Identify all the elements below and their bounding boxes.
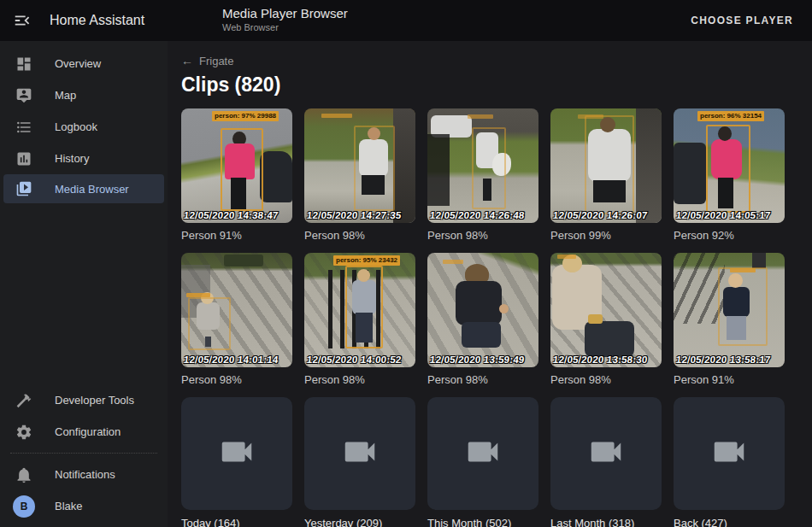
clip-timestamp: 12/05/2020 13:59:49 bbox=[429, 354, 525, 365]
clip-card[interactable]: person: 95% 23432 12/05/2020 14:00:52 Pe… bbox=[304, 253, 415, 386]
clip-timestamp: 12/05/2020 14:38:47 bbox=[183, 210, 279, 220]
chart-icon bbox=[15, 150, 32, 167]
clip-label: Person 98% bbox=[427, 229, 538, 242]
clip-card[interactable]: 12/05/2020 13:58:17 Person 91% bbox=[674, 253, 785, 386]
home-assistant-app: Home Assistant Media Player Browser Web … bbox=[0, 0, 812, 527]
breadcrumb-back[interactable]: ← Frigate bbox=[168, 41, 233, 67]
clip-thumbnail: person: 95% 23432 12/05/2020 14:00:52 bbox=[304, 253, 415, 367]
detection-bounding-box bbox=[221, 128, 263, 211]
clip-label: Person 98% bbox=[181, 373, 292, 386]
folder-card-last-month[interactable]: Last Month (318) bbox=[550, 397, 662, 527]
detection-label: person: 97% 29988 bbox=[212, 111, 279, 121]
clip-card[interactable]: 12/05/2020 13:58:30 Person 98% bbox=[550, 253, 662, 386]
sidebar: Overview Map Logbook History Media Brows… bbox=[0, 41, 168, 527]
detection-label: person: 96% 32154 bbox=[697, 111, 764, 121]
folder-card-yesterday[interactable]: Yesterday (209) bbox=[304, 397, 415, 527]
detection-bounding-box bbox=[706, 125, 750, 213]
detection-label: person: 95% 23432 bbox=[333, 255, 400, 266]
hammer-icon bbox=[15, 392, 32, 409]
detection-marker bbox=[321, 114, 352, 118]
sidebar-item-history[interactable]: History bbox=[0, 143, 168, 174]
sidebar-item-notifications[interactable]: Notifications bbox=[0, 459, 168, 490]
clip-timestamp: 12/05/2020 13:58:30 bbox=[552, 354, 648, 365]
clip-card[interactable]: 12/05/2020 14:26:48 Person 98% bbox=[427, 108, 538, 242]
clip-label: Person 98% bbox=[304, 373, 415, 386]
clip-label: Person 98% bbox=[427, 373, 538, 386]
page-title: Clips (820) bbox=[168, 67, 812, 97]
folder-card-back[interactable]: Back (427) bbox=[674, 397, 785, 527]
clip-thumbnail: 12/05/2020 14:26:07 bbox=[550, 108, 662, 223]
sidebar-item-label: Notifications bbox=[55, 468, 115, 481]
sidebar-item-developer-tools[interactable]: Developer Tools bbox=[0, 384, 168, 416]
clips-grid: person: 97% 29988 12/05/2020 14:38:47 Pe… bbox=[168, 97, 812, 527]
clip-card[interactable]: person: 97% 29988 12/05/2020 14:38:47 Pe… bbox=[181, 108, 292, 242]
clip-card[interactable]: 12/05/2020 13:59:49 Person 98% bbox=[427, 253, 538, 386]
sidebar-item-configuration[interactable]: Configuration bbox=[0, 416, 168, 448]
clip-label: Person 98% bbox=[304, 229, 415, 242]
choose-player-button[interactable]: CHOOSE PLAYER bbox=[685, 8, 798, 33]
sidebar-item-overview[interactable]: Overview bbox=[0, 48, 168, 79]
folder-thumbnail bbox=[181, 397, 292, 510]
clip-thumbnail: 12/05/2020 14:26:48 bbox=[427, 108, 538, 223]
folder-card-today[interactable]: Today (164) bbox=[181, 397, 292, 527]
map-account-icon bbox=[15, 87, 32, 104]
clip-timestamp: 12/05/2020 14:26:48 bbox=[429, 210, 525, 220]
sidebar-item-profile[interactable]: B Blake bbox=[0, 490, 168, 522]
detection-bounding-box bbox=[718, 267, 768, 346]
page-header: Media Player Browser Web Browser bbox=[222, 6, 348, 34]
sidebar-item-label: History bbox=[55, 152, 89, 165]
clip-label: Person 98% bbox=[550, 373, 662, 386]
list-icon bbox=[15, 119, 32, 136]
sidebar-item-logbook[interactable]: Logbook bbox=[0, 111, 168, 143]
menu-open-icon[interactable] bbox=[12, 10, 32, 31]
clip-thumbnail: person: 97% 29988 12/05/2020 14:38:47 bbox=[181, 108, 292, 223]
folder-label: Yesterday (209) bbox=[304, 517, 415, 527]
clip-timestamp: 12/05/2020 14:00:52 bbox=[306, 354, 402, 365]
video-camera-icon bbox=[463, 432, 503, 475]
detection-marker bbox=[557, 255, 576, 259]
clip-thumbnail: 12/05/2020 13:59:49 bbox=[427, 253, 538, 367]
gear-icon bbox=[15, 424, 32, 441]
user-avatar: B bbox=[13, 495, 35, 518]
folder-thumbnail bbox=[674, 397, 785, 510]
page-header-title: Media Player Browser bbox=[222, 6, 348, 22]
clip-timestamp: 12/05/2020 14:01:14 bbox=[183, 354, 279, 365]
clip-card[interactable]: person: 96% 32154 12/05/2020 14:05:17 Pe… bbox=[674, 108, 785, 242]
clip-timestamp: 12/05/2020 14:05:17 bbox=[675, 210, 771, 220]
sidebar-item-label: Media Browser bbox=[55, 183, 129, 196]
clip-label: Person 91% bbox=[674, 373, 785, 386]
video-camera-icon bbox=[709, 432, 749, 475]
clip-thumbnail: person: 96% 32154 12/05/2020 14:05:17 bbox=[674, 108, 785, 223]
sidebar-item-map[interactable]: Map bbox=[0, 79, 168, 111]
detection-marker bbox=[578, 114, 603, 119]
detection-bounding-box bbox=[472, 127, 506, 209]
folder-card-this-month[interactable]: This Month (502) bbox=[427, 397, 538, 527]
detection-marker bbox=[468, 114, 493, 119]
folder-thumbnail bbox=[304, 397, 415, 510]
dashboard-icon bbox=[15, 56, 32, 73]
detection-marker bbox=[186, 293, 210, 297]
play-box-icon bbox=[15, 180, 32, 197]
clip-timestamp: 12/05/2020 13:58:17 bbox=[675, 354, 771, 365]
clip-timestamp: 12/05/2020 14:27:35 bbox=[306, 210, 402, 220]
folder-label: This Month (502) bbox=[427, 517, 538, 527]
sidebar-item-label: Overview bbox=[55, 57, 101, 70]
detection-marker bbox=[443, 260, 463, 264]
folder-label: Last Month (318) bbox=[550, 517, 662, 527]
user-name: Blake bbox=[55, 500, 83, 512]
clip-thumbnail: 12/05/2020 13:58:17 bbox=[674, 253, 785, 367]
bell-icon bbox=[15, 466, 32, 483]
breadcrumb-label: Frigate bbox=[199, 55, 233, 67]
clip-card[interactable]: 12/05/2020 14:01:14 Person 98% bbox=[181, 253, 292, 386]
sidebar-divider bbox=[10, 453, 157, 454]
clip-label: Person 91% bbox=[181, 229, 292, 242]
sidebar-item-media-browser[interactable]: Media Browser bbox=[3, 174, 164, 203]
clip-card[interactable]: 12/05/2020 14:27:35 Person 98% bbox=[304, 108, 415, 242]
clip-card[interactable]: 12/05/2020 14:26:07 Person 99% bbox=[550, 108, 662, 242]
clip-thumbnail: 12/05/2020 14:01:14 bbox=[181, 253, 292, 367]
folder-thumbnail bbox=[427, 397, 538, 510]
video-camera-icon bbox=[586, 432, 626, 475]
detection-bounding-box bbox=[188, 297, 231, 350]
detection-marker bbox=[730, 268, 756, 272]
video-camera-icon bbox=[217, 432, 256, 475]
